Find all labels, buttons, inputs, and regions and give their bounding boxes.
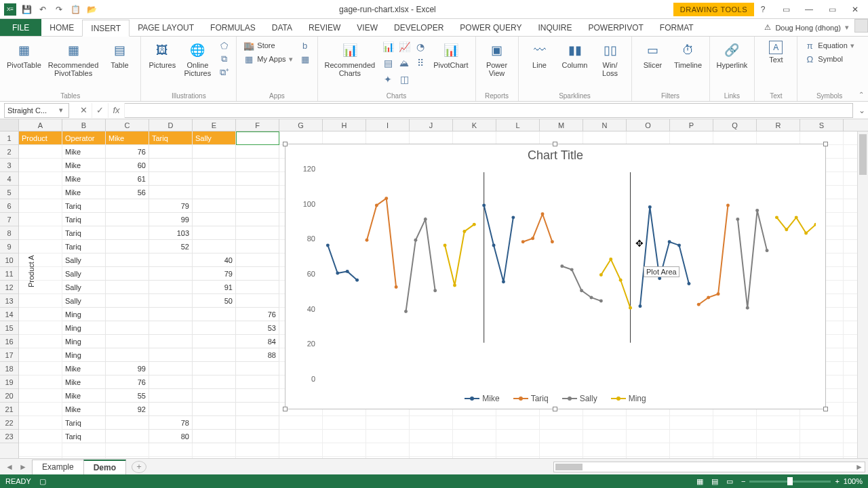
cell[interactable]: 56	[106, 186, 149, 199]
cell[interactable]	[236, 213, 279, 226]
sheet-nav-next-icon[interactable]: ►	[16, 462, 30, 472]
tab-data[interactable]: DATA	[264, 19, 300, 36]
fx-icon[interactable]: fx	[108, 103, 125, 118]
column-header[interactable]: D	[149, 119, 193, 131]
cell[interactable]	[193, 213, 236, 226]
slicer-button[interactable]: ▭Slicer	[637, 39, 669, 70]
chart-title[interactable]: Chart Title	[285, 144, 825, 164]
cell[interactable]	[236, 172, 279, 186]
stock-chart-icon[interactable]: ✦	[380, 72, 395, 87]
cell[interactable]: Mike	[62, 159, 106, 172]
cell[interactable]: 52	[149, 240, 193, 253]
timeline-button[interactable]: ⏱Timeline	[673, 39, 704, 70]
recommended-pivottables-button[interactable]: ▦Recommended PivotTables	[47, 39, 100, 79]
tab-power-query[interactable]: POWER QUERY	[452, 19, 530, 36]
expand-formula-icon[interactable]: ⌄	[856, 106, 868, 115]
cell[interactable]	[149, 362, 193, 375]
cell[interactable]	[193, 186, 236, 199]
cell[interactable]	[149, 267, 193, 281]
cell[interactable]	[236, 199, 279, 213]
file-tab[interactable]: FILE	[0, 19, 41, 36]
cell[interactable]: Tariq	[62, 416, 106, 430]
row-header[interactable]: 2	[0, 145, 18, 159]
cell[interactable]: 55	[106, 389, 149, 403]
cell[interactable]: 92	[106, 403, 149, 416]
column-header[interactable]: M	[540, 119, 583, 131]
tab-developer[interactable]: DEVELOPER	[386, 19, 452, 36]
formula-input[interactable]	[125, 103, 853, 118]
cell[interactable]	[236, 253, 279, 267]
cell[interactable]	[149, 159, 193, 172]
view-normal-icon[interactable]: ▦	[696, 477, 703, 486]
cell[interactable]	[106, 281, 149, 294]
cell[interactable]	[236, 186, 279, 199]
worksheet-grid[interactable]: ABCDEFGHIJKLMNOPQRS 12345678910111213141…	[0, 119, 868, 458]
row-header[interactable]: 17	[0, 348, 18, 362]
cell[interactable]	[236, 416, 279, 430]
embedded-chart[interactable]: Chart Title ✥ 020406080100120 Plot Area …	[285, 144, 826, 409]
column-header[interactable]: R	[757, 119, 800, 131]
restore-icon[interactable]: ▭	[823, 3, 841, 16]
column-chart-icon[interactable]: 📊	[380, 39, 395, 54]
cell[interactable]: 60	[106, 159, 149, 172]
cell[interactable]	[193, 321, 236, 335]
row-header[interactable]: 19	[0, 375, 18, 389]
chevron-down-icon[interactable]: ▾	[56, 106, 66, 115]
cell[interactable]: 78	[149, 416, 193, 430]
cell[interactable]: Tariq	[149, 131, 193, 145]
cell[interactable]: 50	[193, 294, 236, 308]
pie-chart-icon[interactable]: ◔	[413, 39, 428, 54]
cell[interactable]	[193, 159, 236, 172]
cell[interactable]: Product	[19, 131, 62, 145]
power-view-button[interactable]: ▣Power View	[481, 39, 513, 79]
screenshot-button[interactable]: ⧉⁺	[217, 66, 231, 79]
cell[interactable]	[106, 348, 149, 362]
cell[interactable]	[149, 375, 193, 389]
row-header[interactable]: 21	[0, 403, 18, 416]
row-header[interactable]: 3	[0, 159, 18, 172]
cell[interactable]: Mike	[62, 375, 106, 389]
cell[interactable]	[149, 281, 193, 294]
select-all-corner[interactable]	[0, 119, 19, 131]
cell[interactable]	[193, 348, 236, 362]
redo-icon[interactable]: ↷	[53, 3, 65, 16]
cell[interactable]	[236, 362, 279, 375]
help-icon[interactable]: ?	[754, 3, 772, 16]
tab-view[interactable]: VIEW	[349, 19, 386, 36]
tab-powerpivot[interactable]: POWERPIVOT	[580, 19, 652, 36]
cell[interactable]	[236, 281, 279, 294]
cell[interactable]: 88	[236, 348, 279, 362]
recommended-charts-button[interactable]: 📊Recommended Charts	[323, 39, 377, 79]
cell[interactable]: Mike	[62, 172, 106, 186]
cancel-formula-icon[interactable]: ✕	[76, 103, 92, 118]
row-header[interactable]: 9	[0, 240, 18, 253]
smartart-button[interactable]: ⧉	[217, 53, 231, 65]
cell[interactable]: Ming	[62, 348, 106, 362]
zoom-slider[interactable]: −+ 100%	[741, 477, 863, 485]
cell[interactable]	[106, 308, 149, 321]
cell[interactable]: Sally	[62, 281, 106, 294]
cell[interactable]: Mike	[62, 186, 106, 199]
view-page-layout-icon[interactable]: ▤	[711, 477, 718, 486]
column-header[interactable]: S	[800, 119, 844, 131]
column-header[interactable]: C	[106, 119, 149, 131]
cell[interactable]: 40	[193, 253, 236, 267]
row-header[interactable]: 10	[0, 253, 18, 267]
cell[interactable]	[193, 403, 236, 416]
hyperlink-button[interactable]: 🔗Hyperlink	[715, 39, 749, 70]
cell[interactable]	[193, 308, 236, 321]
legend-item[interactable]: Sally	[562, 394, 597, 403]
row-header[interactable]: 15	[0, 321, 18, 335]
row-header[interactable]: 6	[0, 199, 18, 213]
sparkline-column-button[interactable]: ▮▮Column	[559, 39, 591, 70]
row-header[interactable]: 18	[0, 362, 18, 375]
row-header[interactable]: 1	[0, 131, 18, 145]
cell[interactable]	[236, 131, 279, 145]
row-header[interactable]: 14	[0, 308, 18, 321]
cell[interactable]	[236, 375, 279, 389]
enter-formula-icon[interactable]: ✓	[92, 103, 108, 118]
cell[interactable]	[149, 308, 193, 321]
bing-maps-button[interactable]: b	[298, 39, 312, 52]
cell[interactable]	[193, 416, 236, 430]
cell[interactable]	[149, 389, 193, 403]
